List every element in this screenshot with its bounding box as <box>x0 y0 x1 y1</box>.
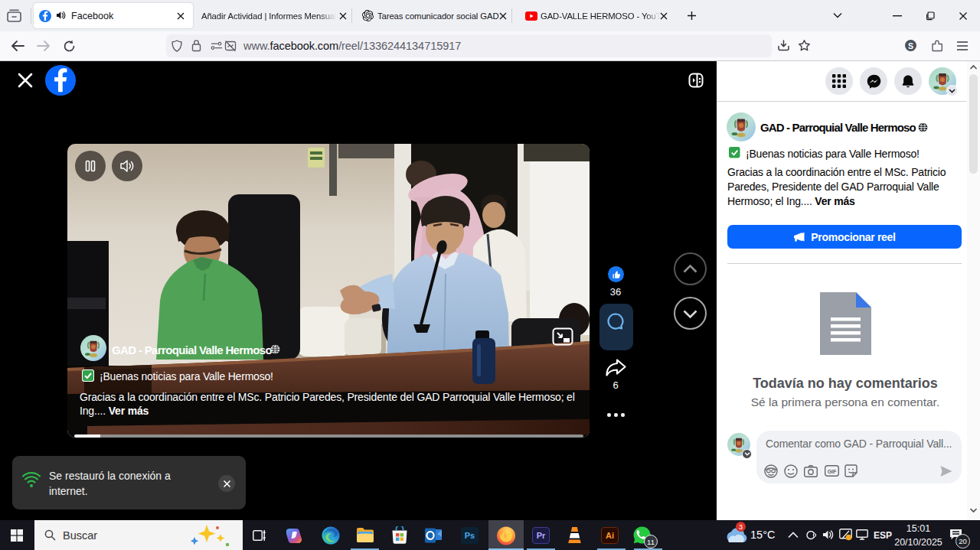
svg-text:GIF: GIF <box>828 469 837 474</box>
